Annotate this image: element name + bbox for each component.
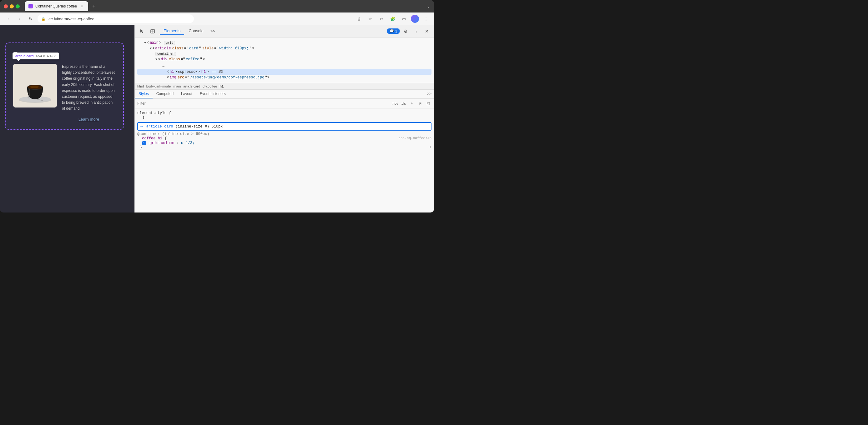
tab-bar: Container Queries coffee ✕ + bbox=[25, 1, 424, 11]
tab-computed[interactable]: Computed bbox=[153, 90, 177, 98]
dom-container-badge-line[interactable]: container bbox=[137, 51, 432, 57]
sidebar-icon[interactable]: ▭ bbox=[400, 14, 408, 23]
current-element-marker: == $0 bbox=[212, 70, 223, 74]
cut-icon[interactable]: ✂ bbox=[377, 14, 386, 23]
maximize-button[interactable] bbox=[16, 4, 20, 8]
devtools-menu-icon[interactable]: ⋮ bbox=[411, 27, 421, 36]
devtools-actions: 💬 1 ⚙ ⋮ ✕ bbox=[387, 27, 432, 36]
filter-bar: :hov .cls + ⎘ ◱ bbox=[135, 99, 434, 108]
breadcrumb-h1[interactable]: h1 bbox=[219, 85, 223, 88]
reload-button[interactable]: ↻ bbox=[26, 14, 35, 23]
filter-input[interactable] bbox=[137, 101, 389, 106]
property-checkbox[interactable] bbox=[142, 141, 146, 145]
lock-icon: 🔒 bbox=[41, 17, 45, 21]
close-button[interactable] bbox=[4, 4, 8, 8]
hover-pseudo-button[interactable]: :hov bbox=[392, 102, 398, 105]
tab-styles[interactable]: Styles bbox=[135, 90, 153, 98]
avatar[interactable] bbox=[411, 15, 419, 23]
card-description-area: Espresso is the name of a highly concent… bbox=[62, 64, 116, 122]
traffic-lights bbox=[4, 4, 20, 8]
breadcrumb-body[interactable]: body.dark-mode bbox=[146, 85, 171, 88]
tab-overflow-icon[interactable]: ⌄ bbox=[427, 4, 430, 9]
devtools-toolbar: Elements Console >> 💬 1 ⚙ ⋮ ✕ bbox=[135, 25, 434, 37]
element-tooltip: article.card 654 × 374.83 bbox=[12, 53, 59, 59]
share-icon[interactable]: ⎙ bbox=[354, 14, 363, 23]
elements-tab[interactable]: Elements bbox=[160, 27, 184, 35]
cls-button[interactable]: .cls bbox=[401, 102, 406, 105]
grid-column-value[interactable]: ▶ 1/3; bbox=[181, 141, 194, 145]
console-tab[interactable]: Console bbox=[185, 27, 207, 35]
badge-count: 1 bbox=[395, 29, 397, 33]
container-badge[interactable]: container bbox=[155, 52, 176, 56]
back-button[interactable]: ‹ bbox=[4, 14, 12, 23]
breadcrumb-div[interactable]: div.coffee bbox=[203, 85, 217, 88]
container-query-highlighted-rule[interactable]: → article.card (inline-size ⊞) 610px bbox=[137, 122, 432, 131]
settings-icon[interactable]: ⚙ bbox=[401, 27, 410, 36]
address-bar: ‹ › ↻ 🔒 jec.fyi/demo/css-cq-coffee ⎙ ☆ ✂… bbox=[0, 12, 434, 25]
menu-icon[interactable]: ⋮ bbox=[422, 14, 430, 23]
card-inner: Espresso is the name of a highly concent… bbox=[13, 64, 116, 122]
rule-arrow-icon: → bbox=[141, 124, 143, 129]
breadcrumb-article[interactable]: article.card bbox=[183, 85, 200, 88]
styles-tabs: Styles Computed Layout Event Listeners >… bbox=[135, 90, 434, 99]
dom-img-line[interactable]: <img src="/assets/img/demo/cof-espresso.… bbox=[137, 75, 432, 80]
breadcrumb-main[interactable]: main bbox=[173, 85, 181, 88]
badge-chat-icon: 💬 bbox=[390, 29, 394, 33]
new-style-rule-icon[interactable]: ◱ bbox=[425, 100, 432, 107]
minimize-button[interactable] bbox=[10, 4, 14, 8]
article-card-selector[interactable]: article.card bbox=[146, 124, 173, 129]
svg-point-7 bbox=[30, 86, 39, 88]
dom-h1-line[interactable]: <h1>Espresso</h1> == $0 bbox=[137, 69, 432, 75]
collapse-triangle-article: ▼ bbox=[150, 47, 152, 50]
bookmark-icon[interactable]: ☆ bbox=[366, 14, 375, 23]
dom-article-line[interactable]: ▼ <article class="card" style="width: 61… bbox=[137, 45, 432, 51]
breadcrumb-html[interactable]: html bbox=[137, 85, 144, 88]
collapse-triangle-div: ▼ bbox=[155, 58, 157, 61]
container-rule: @container (inline-size > 600px) .coffee… bbox=[137, 132, 432, 150]
dom-ellipsis-line[interactable]: … bbox=[137, 62, 432, 69]
more-tabs-button[interactable]: >> bbox=[208, 28, 218, 35]
container-query-text: @container (inline-size > 600px) bbox=[137, 132, 432, 136]
forward-button[interactable]: › bbox=[15, 14, 24, 23]
grid-column-property: grid-column bbox=[150, 141, 174, 145]
element-style-header: element.style { bbox=[137, 111, 432, 115]
active-tab[interactable]: Container Queries coffee ✕ bbox=[25, 1, 88, 11]
new-tab-button[interactable]: + bbox=[89, 2, 98, 11]
coffee-h1-selector-line: .coffee h1 { css-cq-coffee:45 bbox=[137, 136, 432, 141]
card-description: Espresso is the name of a highly concent… bbox=[62, 64, 116, 112]
tab-layout[interactable]: Layout bbox=[177, 90, 196, 98]
dom-tree: ▼ <main> grid ▼ <article class="card" st… bbox=[135, 37, 434, 83]
title-bar: Container Queries coffee ✕ + ⌄ bbox=[0, 0, 434, 12]
tab-title: Container Queries coffee bbox=[35, 4, 77, 8]
notifications-badge[interactable]: 💬 1 bbox=[387, 28, 400, 34]
url-bar[interactable]: 🔒 jec.fyi/demo/css-cq-coffee bbox=[37, 14, 194, 23]
copy-styles-icon[interactable]: ⎘ bbox=[416, 100, 423, 107]
query-expression: (inline-size ⊞) 610px bbox=[176, 124, 223, 129]
dom-main-line[interactable]: ▼ <main> grid bbox=[137, 40, 432, 45]
grid-column-rule: grid-column : ▶ 1/3; bbox=[137, 141, 432, 145]
add-property-button[interactable]: + bbox=[429, 145, 432, 150]
extension-icon[interactable]: 🧩 bbox=[389, 14, 397, 23]
learn-more-link[interactable]: Learn more bbox=[62, 117, 116, 122]
grid-badge[interactable]: grid bbox=[164, 41, 175, 45]
content-area: article.card 654 × 374.83 Espresso bbox=[0, 25, 434, 212]
img-src-link[interactable]: /assets/img/demo/cof-espresso.jpg bbox=[190, 75, 265, 80]
tab-close-button[interactable]: ✕ bbox=[80, 4, 85, 9]
add-style-rule-button[interactable]: + bbox=[408, 100, 415, 107]
address-bar-actions: ⎙ ☆ ✂ 🧩 ▭ ⋮ bbox=[354, 14, 430, 23]
dom-ellipsis: … bbox=[161, 63, 166, 68]
source-location[interactable]: css-cq-coffee:45 bbox=[398, 136, 432, 140]
styles-more-tabs[interactable]: >> bbox=[425, 90, 434, 98]
tab-event-listeners[interactable]: Event Listeners bbox=[196, 90, 229, 98]
tooltip-dimensions: 654 × 374.83 bbox=[36, 54, 57, 58]
breadcrumb: html body.dark-mode main article.card di… bbox=[135, 83, 434, 90]
inspect-element-icon[interactable] bbox=[148, 27, 157, 36]
devtools-panel: Elements Console >> 💬 1 ⚙ ⋮ ✕ bbox=[134, 25, 434, 212]
coffee-image bbox=[13, 64, 57, 107]
dom-div-line[interactable]: ▼ <div class="coffee" > bbox=[137, 57, 432, 62]
cursor-select-icon[interactable] bbox=[137, 27, 147, 36]
devtools-close-button[interactable]: ✕ bbox=[422, 27, 432, 36]
url-text: jec.fyi/demo/css-cq-coffee bbox=[48, 17, 94, 21]
rule-close-brace: } + bbox=[137, 145, 432, 150]
espresso-cup-illustration bbox=[13, 64, 57, 107]
